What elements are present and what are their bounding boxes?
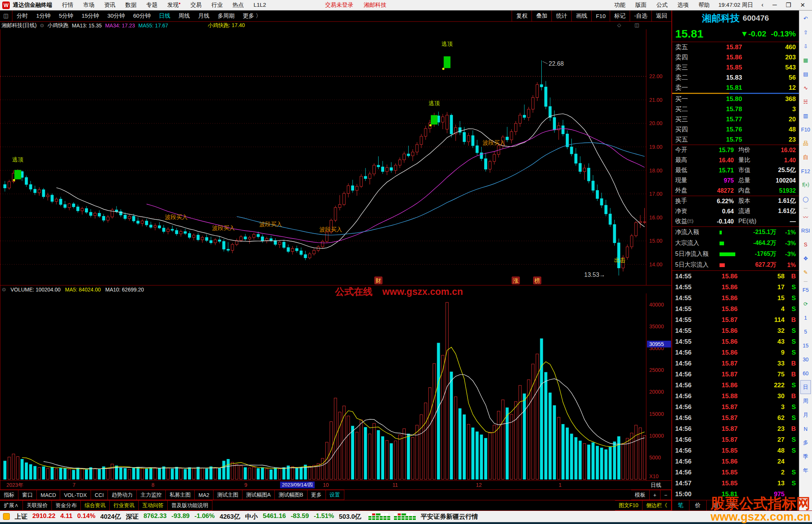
period-60[interactable]: 60: [800, 366, 811, 380]
wave-icon[interactable]: 〰: [800, 210, 811, 223]
menu-帮助[interactable]: 帮助: [694, 2, 715, 9]
period-15[interactable]: 15: [800, 338, 811, 352]
trend-line-icon[interactable]: ∿: [800, 81, 811, 95]
period-5[interactable]: 5: [800, 325, 811, 338]
toolbar-F10-button[interactable]: F10: [591, 11, 610, 21]
period-tab-5分钟[interactable]: 5分钟: [55, 12, 77, 20]
toolbar-画线-button[interactable]: 画线: [571, 11, 591, 21]
tree-icon[interactable]: 品: [800, 136, 811, 150]
indicator-tab-MACD[interactable]: MACD: [37, 490, 60, 500]
menu-行情[interactable]: 行情: [57, 2, 78, 9]
menu-发现[interactable]: 发现●: [162, 2, 185, 9]
f10-icon[interactable]: F10: [800, 122, 811, 136]
ext-tab-资金分布[interactable]: 资金分布: [52, 500, 81, 510]
quote-tab-笔[interactable]: 笔: [672, 500, 689, 510]
zixuan-icon[interactable]: 自: [800, 150, 811, 164]
up-icon[interactable]: ⇧: [800, 25, 811, 39]
indicator-tab-测试主图[interactable]: 测试主图: [214, 490, 242, 500]
menu-资讯[interactable]: 资讯: [99, 2, 120, 9]
indicator-tab-CCI[interactable]: CCI: [91, 490, 108, 500]
menu-status-交易未登录[interactable]: 交易未登录: [320, 2, 359, 9]
ext-tab-图文F10[interactable]: 图文F10: [615, 500, 642, 510]
indicator-tab-设置[interactable]: 设置: [326, 490, 344, 500]
market-status-icon[interactable]: [3, 513, 10, 520]
period-tab-更多 〉[interactable]: 更多 〉: [239, 12, 265, 20]
period-tab-分时[interactable]: 分时: [12, 12, 32, 20]
back-button[interactable]: ‹: [757, 2, 768, 9]
period-tab-60分钟[interactable]: 60分钟: [129, 12, 155, 20]
price-chart[interactable]: 22.0021.0020.0019.0018.0017.0016.0015.00…: [0, 29, 671, 285]
period-year[interactable]: 年: [800, 464, 811, 477]
indicator-tab-私募主图[interactable]: 私募主图: [166, 490, 195, 500]
toolbar-复权-button[interactable]: 复权: [512, 11, 532, 21]
ext-tab-扩展∧[interactable]: 扩展∧: [0, 500, 23, 510]
period-tab-1分钟[interactable]: 1分钟: [32, 12, 55, 20]
menu-交易[interactable]: 交易: [185, 2, 206, 9]
report-icon[interactable]: ▦: [800, 53, 811, 67]
ext-tab-行业资讯[interactable]: 行业资讯: [110, 500, 139, 510]
template-button-−[interactable]: −: [661, 490, 671, 500]
period-multi[interactable]: 多: [800, 436, 811, 450]
quote-tab-价[interactable]: 价: [689, 500, 707, 510]
indicator-tab-指标[interactable]: 指标: [0, 490, 18, 500]
back-icon[interactable]: ↶: [800, 11, 811, 25]
period-week[interactable]: 周: [800, 394, 811, 408]
menu-数据[interactable]: 数据: [120, 2, 141, 9]
indicator-tab-测试幅图B[interactable]: 测试幅图B: [275, 490, 307, 500]
f12-icon[interactable]: F12: [800, 164, 811, 178]
ext-tab-关联报价[interactable]: 关联报价: [23, 500, 52, 510]
period-1[interactable]: 1: [800, 311, 811, 325]
indicator-tab-趋势动力[interactable]: 趋势动力: [108, 490, 137, 500]
template-button-+[interactable]: +: [650, 490, 661, 500]
toolbar-统计-button[interactable]: 统计: [551, 11, 571, 21]
menu-市场[interactable]: 市场: [78, 2, 99, 9]
period-day[interactable]: 日: [800, 380, 811, 394]
toolbar--自选-button[interactable]: -自选: [630, 11, 651, 21]
indicator-tab-测试幅图A[interactable]: 测试幅图A: [242, 490, 275, 500]
period-n[interactable]: N: [800, 422, 811, 436]
period-season[interactable]: 季: [800, 450, 811, 464]
indicator-tab-更多[interactable]: 更多: [308, 490, 326, 500]
menu-行业[interactable]: 行业: [206, 2, 227, 9]
ext-tab-侧边栏《[interactable]: 侧边栏《: [642, 500, 671, 510]
ext-tab-互动问答[interactable]: 互动问答: [139, 500, 168, 510]
period-tab-周线[interactable]: 周线: [174, 12, 194, 20]
circle-icon[interactable]: ◯: [800, 192, 811, 206]
menu-L1L2[interactable]: L1L2: [248, 2, 271, 9]
period-tab-15分钟[interactable]: 15分钟: [77, 12, 103, 20]
move-icon[interactable]: ✥: [800, 251, 811, 265]
formula-icon[interactable]: f⒳: [800, 178, 811, 192]
indicator-tab-主力监控[interactable]: 主力监控: [137, 490, 166, 500]
menu-status-湘邮科技[interactable]: 湘邮科技: [359, 2, 392, 9]
menu-功能[interactable]: 功能: [609, 2, 630, 9]
toolbar-叠加-button[interactable]: 叠加: [532, 11, 551, 21]
indicator-tab-窗口[interactable]: 窗口: [18, 490, 37, 500]
toolbar-标记-button[interactable]: 标记: [610, 11, 630, 21]
period-tab-月线[interactable]: 月线: [194, 12, 214, 20]
period-tab-日线[interactable]: 日线: [155, 12, 174, 20]
template-button-模板[interactable]: 模板: [631, 490, 650, 500]
menu-版面[interactable]: 版面: [630, 2, 651, 9]
period-tab-多周期[interactable]: 多周期: [214, 12, 239, 20]
period-30[interactable]: 30: [800, 352, 811, 366]
minimize-button[interactable]: ─: [768, 2, 781, 9]
chart-corner-icons[interactable]: ◇ ◫: [617, 22, 645, 28]
period-tab-30分钟[interactable]: 30分钟: [103, 12, 129, 20]
period-month[interactable]: 月: [800, 408, 811, 422]
quote-grid-icon[interactable]: ▤: [800, 67, 811, 81]
menu-专题[interactable]: 专题: [141, 2, 162, 9]
split-view-icon[interactable]: ◫: [0, 11, 12, 21]
menu-热点[interactable]: 热点: [227, 2, 248, 9]
ext-tab-综合资讯[interactable]: 综合资讯: [81, 500, 110, 510]
menu-公式[interactable]: 公式: [651, 2, 673, 9]
list-icon[interactable]: ▥: [800, 109, 811, 122]
money-icon[interactable]: S: [800, 237, 811, 251]
kline-icon[interactable]: ☵: [800, 95, 811, 109]
refresh-icon[interactable]: ⟳: [800, 297, 811, 311]
indicator-tab-MA2[interactable]: MA2: [195, 490, 214, 500]
draw-icon[interactable]: ✎: [800, 265, 811, 279]
f5-icon[interactable]: F5: [800, 283, 811, 297]
volume-chart[interactable]: 400003500030000250002000015000100005000X…: [0, 293, 671, 480]
indicator-tab-VOL-TDX[interactable]: VOL-TDX: [60, 490, 91, 500]
menu-选项[interactable]: 选项: [673, 2, 694, 9]
